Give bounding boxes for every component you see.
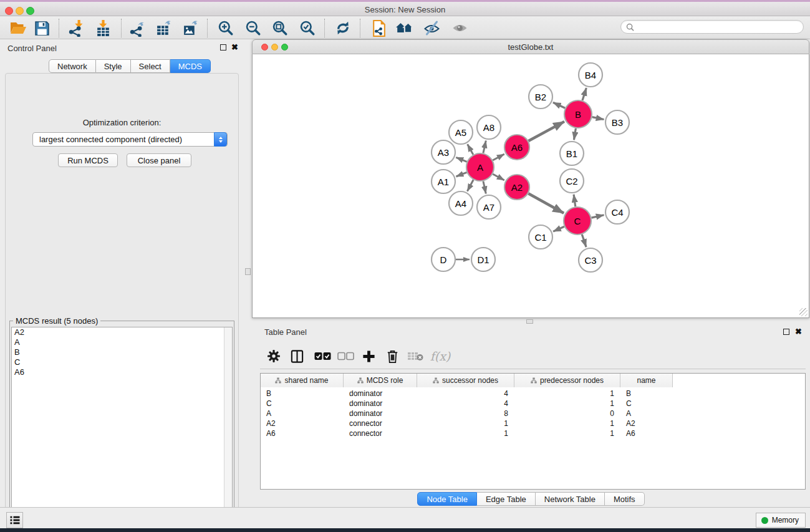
cell-predecessor-nodes[interactable]: 1: [514, 389, 620, 399]
cell-successor-nodes[interactable]: 4: [417, 389, 514, 399]
tab-network[interactable]: Network: [49, 59, 96, 73]
cell-successor-nodes[interactable]: 1: [417, 418, 514, 428]
delete-column-button[interactable]: [382, 346, 403, 367]
result-item[interactable]: B: [12, 347, 232, 357]
delete-table-button[interactable]: [405, 346, 426, 367]
mcds-result-list[interactable]: A2ABCA6: [11, 327, 233, 531]
cell-shared-name[interactable]: A2: [261, 418, 344, 428]
select-all-checks-button[interactable]: [312, 346, 333, 367]
edge-A2-C[interactable]: [528, 193, 564, 213]
network-window-titlebar[interactable]: testGlobe.txt: [252, 39, 809, 54]
refresh-layout-button[interactable]: [332, 17, 354, 39]
result-item[interactable]: C: [12, 357, 232, 367]
cell-predecessor-nodes[interactable]: 1: [514, 399, 620, 409]
save-session-button[interactable]: [31, 17, 53, 39]
result-list-scrollbar[interactable]: [224, 327, 232, 531]
column-header-successor-nodes[interactable]: successor nodes: [417, 374, 514, 387]
network-canvas[interactable]: AA1A2A3A4A5A6A7A8BB1B2B3B4CC1C2C3C4DD1: [252, 54, 809, 318]
float-panel-icon[interactable]: [783, 329, 789, 335]
deselect-checks-button[interactable]: [335, 346, 356, 367]
node-table[interactable]: shared nameMCDS rolesuccessor nodesprede…: [260, 373, 806, 490]
float-panel-icon[interactable]: [220, 44, 226, 51]
cell-predecessor-nodes[interactable]: 1: [514, 428, 620, 438]
cell-successor-nodes[interactable]: 1: [417, 428, 514, 438]
show-column-button[interactable]: [286, 346, 307, 367]
export-table-button[interactable]: [152, 17, 175, 39]
network-graph[interactable]: AA1A2A3A4A5A6A7A8BB1B2B3B4CC1C2C3C4DD1: [253, 54, 809, 317]
show-all-button[interactable]: [448, 17, 471, 39]
cell-MCDS-role[interactable]: connector: [344, 428, 417, 438]
add-column-button[interactable]: [358, 346, 379, 367]
edge-A-A7[interactable]: [483, 181, 486, 193]
tab-select[interactable]: Select: [131, 59, 170, 73]
tab-edge-table[interactable]: Edge Table: [477, 492, 536, 506]
run-mcds-button[interactable]: Run MCDS: [58, 153, 118, 167]
task-history-button[interactable]: [6, 512, 23, 528]
column-header-predecessor-nodes[interactable]: predecessor nodes: [514, 374, 620, 387]
column-header-name[interactable]: name: [620, 374, 673, 387]
search-field[interactable]: [620, 20, 804, 34]
resize-grip-icon[interactable]: [799, 308, 808, 316]
edge-C-C4[interactable]: [591, 215, 604, 218]
cell-MCDS-role[interactable]: dominator: [344, 389, 417, 399]
edge-A6-B[interactable]: [528, 122, 564, 141]
table-row[interactable]: Bdominator41B: [261, 389, 673, 399]
close-panel-icon[interactable]: ✖: [795, 327, 802, 336]
cell-name[interactable]: C: [620, 399, 673, 409]
cell-name[interactable]: A2: [620, 418, 673, 428]
cell-predecessor-nodes[interactable]: 1: [514, 418, 620, 428]
edge-B-B3[interactable]: [592, 117, 604, 120]
table-row[interactable]: Cdominator41C: [261, 399, 673, 409]
result-item[interactable]: A2: [12, 327, 232, 337]
open-file-button[interactable]: [7, 17, 29, 39]
column-header-shared-name[interactable]: shared name: [261, 374, 344, 387]
cell-MCDS-role[interactable]: dominator: [344, 409, 417, 418]
table-row[interactable]: Adominator80A: [261, 409, 673, 418]
edge-B-B4[interactable]: [582, 88, 586, 100]
table-row[interactable]: A6connector11A6: [261, 428, 673, 438]
memory-button[interactable]: Memory: [756, 513, 806, 528]
table-row[interactable]: A2connector11A2: [261, 418, 673, 428]
zoom-selected-button[interactable]: [296, 17, 319, 39]
tab-node-table[interactable]: Node Table: [417, 492, 477, 506]
cell-shared-name[interactable]: B: [261, 389, 344, 399]
search-input[interactable]: [634, 22, 790, 31]
cell-shared-name[interactable]: A: [261, 409, 344, 418]
cell-name[interactable]: B: [620, 389, 673, 399]
column-header-MCDS-role[interactable]: MCDS role: [344, 374, 417, 387]
clone-network-button[interactable]: [367, 17, 390, 39]
edge-A-A2[interactable]: [493, 174, 504, 180]
cell-shared-name[interactable]: A6: [261, 428, 344, 438]
export-network-button[interactable]: [126, 17, 148, 39]
result-item[interactable]: A6: [12, 367, 232, 377]
cell-shared-name[interactable]: C: [261, 399, 344, 409]
cell-successor-nodes[interactable]: 8: [417, 409, 514, 418]
zoom-fit-button[interactable]: [269, 17, 291, 39]
cell-name[interactable]: A6: [620, 428, 673, 438]
export-image-button[interactable]: [179, 17, 201, 39]
tab-motifs[interactable]: Motifs: [605, 492, 645, 506]
tab-network-table[interactable]: Network Table: [536, 492, 605, 506]
cell-MCDS-role[interactable]: dominator: [344, 399, 417, 409]
cell-predecessor-nodes[interactable]: 0: [514, 409, 620, 418]
split-divider-grip[interactable]: [245, 268, 251, 275]
function-builder-button[interactable]: f(x): [430, 346, 451, 367]
import-table-button[interactable]: [92, 17, 114, 39]
import-network-button[interactable]: [65, 17, 87, 39]
edge-A-A1[interactable]: [456, 172, 466, 177]
close-panel-icon[interactable]: ✖: [231, 42, 238, 52]
tab-style[interactable]: Style: [96, 59, 131, 73]
edge-B-B2[interactable]: [553, 102, 565, 108]
cell-successor-nodes[interactable]: 4: [417, 399, 514, 409]
tab-mcds[interactable]: MCDS: [170, 59, 211, 73]
cell-MCDS-role[interactable]: connector: [344, 418, 417, 428]
first-neighbors-button[interactable]: [393, 17, 416, 39]
zoom-in-button[interactable]: [215, 17, 237, 39]
edge-A-A8[interactable]: [483, 140, 486, 153]
table-options-button[interactable]: [263, 346, 284, 367]
edge-C-C1[interactable]: [553, 226, 564, 231]
hide-selected-button[interactable]: [420, 17, 443, 39]
split-divider-grip[interactable]: [526, 319, 533, 324]
result-item[interactable]: A: [12, 337, 232, 347]
edge-A-A3[interactable]: [456, 157, 466, 162]
